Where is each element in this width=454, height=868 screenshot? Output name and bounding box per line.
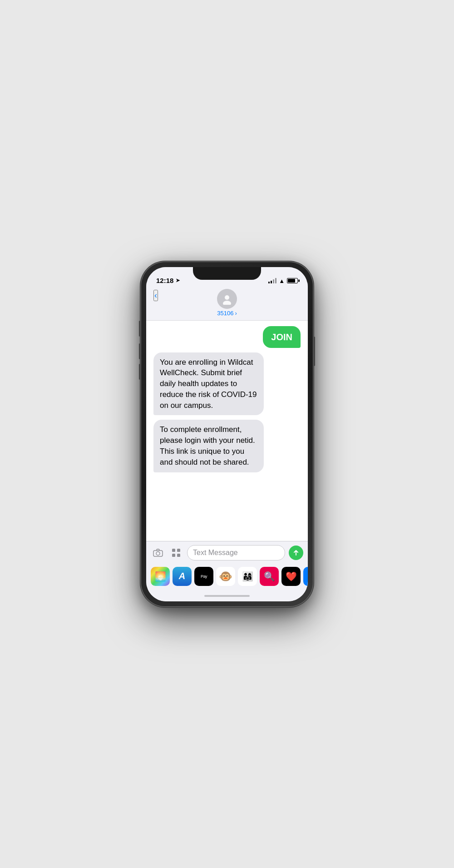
bar2 (271, 281, 272, 283)
status-icons: ▲ (268, 278, 298, 284)
time-label: 12:18 (156, 277, 173, 284)
notch (193, 267, 261, 280)
emoji-family-icon[interactable]: 👨‍👩‍👧 (238, 567, 257, 586)
apple-pay-icon[interactable]: Pay (194, 567, 213, 586)
apps-button[interactable] (169, 546, 183, 560)
input-area: Text Message (146, 541, 308, 564)
health-icon[interactable]: ❤️ (281, 567, 301, 586)
svg-point-3 (156, 551, 160, 555)
contact-avatar (217, 289, 237, 309)
message-received-1: You are enrolling in Wildcat WellCheck. … (153, 352, 264, 416)
location-arrow-icon: ➤ (176, 278, 180, 283)
svg-point-0 (225, 295, 229, 300)
battery-fill (288, 279, 295, 283)
extra-app-icon[interactable]: 🔵 (303, 567, 308, 586)
phone-screen: 12:18 ➤ ▲ ‹ (146, 267, 308, 601)
svg-rect-6 (172, 554, 175, 557)
phone-frame: 12:18 ➤ ▲ ‹ (141, 262, 313, 607)
message-input[interactable]: Text Message (187, 545, 285, 560)
input-row: Text Message (151, 545, 303, 560)
photos-icon[interactable]: 🌅 (151, 567, 170, 586)
contact-number: 35106 (217, 310, 233, 317)
contact-name-row[interactable]: 35106 › (217, 310, 237, 317)
red-search-icon[interactable]: 🔍 (260, 567, 279, 586)
back-button[interactable]: ‹ (153, 290, 158, 301)
status-time: 12:18 ➤ (156, 277, 180, 284)
wifi-icon: ▲ (279, 278, 285, 284)
input-placeholder: Text Message (193, 549, 238, 557)
svg-rect-7 (177, 554, 180, 557)
bar1 (268, 282, 270, 283)
home-bar (204, 595, 250, 597)
home-indicator (146, 592, 308, 601)
svg-rect-4 (172, 549, 175, 552)
bar4 (275, 278, 276, 283)
message-received-2: To complete enrollment, please login wit… (153, 420, 264, 472)
signal-icon (268, 278, 276, 283)
message-sent-join: JOIN (263, 326, 301, 348)
emoji-monkey-icon[interactable]: 🐵 (216, 567, 235, 586)
camera-button[interactable] (151, 546, 165, 560)
svg-rect-5 (177, 549, 180, 552)
chat-area: JOIN You are enrolling in Wildcat WellCh… (146, 321, 308, 541)
bar3 (273, 279, 274, 283)
chevron-icon: › (235, 310, 237, 317)
send-button[interactable] (289, 546, 303, 560)
app-dock: 🌅 A Pay 🐵 👨‍👩‍👧 🔍 (146, 564, 308, 592)
battery-icon (287, 278, 298, 283)
app-store-icon[interactable]: A (173, 567, 192, 586)
svg-point-1 (223, 301, 231, 305)
nav-header: ‹ 35106 › (146, 287, 308, 321)
